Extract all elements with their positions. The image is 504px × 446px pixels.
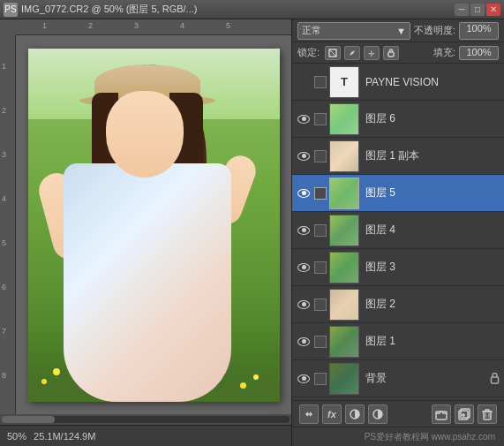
ruler-corner [0,19,16,35]
lock-move-btn[interactable]: ✛ [364,46,380,60]
ruler-vmark-2: 2 [2,106,6,115]
vertical-ruler: 1 2 3 4 5 6 7 8 [0,35,16,414]
adjustment-button[interactable] [368,404,387,424]
flower-4 [253,374,259,380]
layer-checkbox[interactable] [314,113,327,125]
fill-input[interactable]: 100% [459,46,499,60]
layer-name: 图层 1 副本 [362,148,500,163]
layer-name: 图层 6 [362,111,500,126]
layer-checkbox[interactable] [314,336,327,348]
scroll-thumb[interactable] [2,416,55,423]
layer-item[interactable]: 图层 1 副本 [292,138,504,175]
eye-icon [297,300,310,309]
layer-lock-icon [488,373,500,385]
ruler-vmark-3: 3 [2,150,6,159]
opacity-input[interactable]: 100% [459,22,499,40]
layer-checkbox[interactable] [314,187,327,200]
toolbar-right [432,404,497,424]
layer-name: 图层 1 [362,334,500,349]
layer-item[interactable]: T PAYNE VISION [292,64,504,101]
girl-face [106,91,184,178]
layer-visibility-toggle[interactable] [296,260,312,276]
layer-name: 图层 4 [362,223,500,238]
canvas-hscroll[interactable] [0,414,291,425]
flower-2 [53,368,60,375]
ruler-vmark-7: 7 [2,327,6,336]
layer-visibility-toggle[interactable] [296,297,312,313]
layer-item[interactable]: 图层 6 [292,101,504,138]
window-title: IMG_0772.CR2 @ 50% (图层 5, RGB/...) [21,3,455,16]
layer-item[interactable]: 图层 3 [292,249,504,286]
girl-dress [64,163,231,402]
delete-layer-button[interactable] [478,404,497,424]
lock-transparent-btn[interactable] [325,46,341,60]
svg-rect-3 [388,52,394,57]
layer-visibility-toggle[interactable] [296,111,312,127]
layer-checkbox[interactable] [314,224,327,237]
lock-icons: ✛ [325,46,399,60]
layer-visibility-toggle[interactable] [296,148,312,164]
minimize-button[interactable]: ─ [455,4,469,16]
layer-thumbnail [329,103,359,135]
lock-all-btn[interactable] [383,46,399,60]
layer-checkbox[interactable] [314,261,327,274]
layer-thumbnail [329,289,359,321]
layer-checkbox[interactable] [314,150,327,163]
fx-button[interactable]: fx [322,404,342,424]
fill-label: 填充: [433,46,455,59]
layer-visibility-toggle[interactable] [296,371,312,387]
layer-name: 背景 [362,371,485,386]
canvas-scroll-area[interactable] [16,35,291,414]
layer-item-active[interactable]: 图层 5 [292,175,504,212]
layers-list[interactable]: T PAYNE VISION 图层 6 [292,64,504,400]
layer-visibility-toggle[interactable] [296,185,312,201]
watermark-bar: PS爱好者教程网 www.psahz.com [292,427,504,446]
eye-icon [297,374,310,383]
layer-visibility-toggle[interactable] [296,334,312,350]
blend-mode-select[interactable]: 正常 ▼ [297,22,410,40]
lock-paint-btn[interactable] [344,46,360,60]
layer-visibility-toggle[interactable] [296,74,312,90]
blend-opacity-bar: 正常 ▼ 不透明度: 100% [292,19,504,42]
eye-icon [297,226,310,235]
eye-icon [297,337,310,346]
horizontal-ruler: 1 2 3 4 5 [16,19,291,35]
link-button[interactable] [299,404,319,424]
layers-toolbar: fx [292,400,504,427]
layer-item[interactable]: 图层 1 [292,323,504,360]
svg-rect-12 [484,412,491,420]
ruler-vmark-1: 1 [2,62,6,71]
canvas-bottom-bar: 50% 25.1M/124.9M [0,425,291,446]
layer-item-background[interactable]: 背景 [292,360,504,397]
mask-button[interactable] [345,404,365,424]
ruler-mark-2: 2 [88,21,93,30]
layer-item[interactable]: 图层 2 [292,286,504,323]
canvas-content: 1 2 3 4 5 6 7 8 [0,35,291,414]
group-button[interactable] [432,404,451,424]
layer-item[interactable]: 图层 4 [292,212,504,249]
layer-thumbnail [329,178,359,209]
ruler-mark-3: 3 [134,21,139,30]
layer-visibility-toggle[interactable] [296,223,312,238]
layer-name: 图层 2 [362,297,500,312]
layer-thumbnail: T [329,66,359,98]
layer-checkbox[interactable] [314,373,327,385]
window-controls: ─ □ ✕ [455,4,500,16]
layer-thumbnail [329,140,359,172]
maximize-button[interactable]: □ [470,4,485,16]
new-layer-button[interactable] [455,404,474,424]
layer-name: 图层 3 [362,260,500,275]
layer-checkbox[interactable] [314,299,327,311]
ruler-mark-1: 1 [42,21,47,30]
ruler-mark-4: 4 [180,21,184,30]
layer-thumbnail [329,252,359,283]
main-layout: 1 2 3 4 5 1 2 3 4 5 6 7 8 [0,19,504,446]
eye-icon [297,152,310,161]
layer-checkbox[interactable] [314,76,327,88]
blend-mode-arrow: ▼ [396,26,406,36]
close-button[interactable]: ✕ [486,4,500,16]
zoom-level: 50% [7,431,26,442]
lock-label: 锁定: [297,46,320,59]
eye-icon [297,189,310,198]
scroll-track [2,416,290,423]
